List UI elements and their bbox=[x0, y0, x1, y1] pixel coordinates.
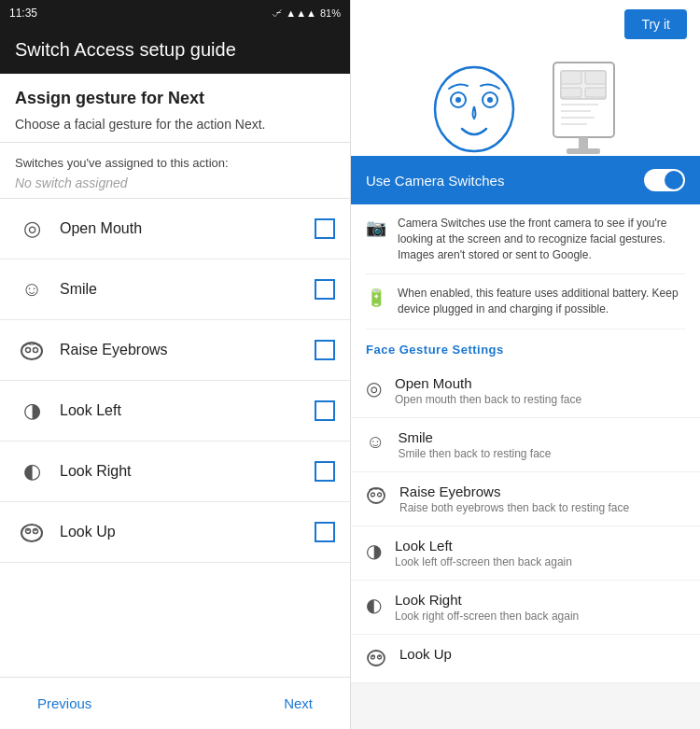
battery-info-text: When enabled, this feature uses addition… bbox=[398, 286, 685, 317]
right-look-right-text: Look Right Look right off-screen then ba… bbox=[395, 592, 579, 623]
bottom-nav: Previous Next bbox=[0, 677, 350, 729]
svg-point-2 bbox=[34, 347, 38, 352]
battery-text: 81% bbox=[320, 7, 341, 19]
try-it-bar: Try it bbox=[351, 0, 700, 49]
left-panel: 11:35 ⍻ ▲▲▲ 81% Switch Access setup guid… bbox=[0, 0, 350, 729]
svg-point-25 bbox=[368, 488, 385, 503]
right-smile-text: Smile Smile then back to resting face bbox=[398, 429, 551, 460]
look-up-label: Look Up bbox=[60, 524, 315, 540]
battery-info-icon: 🔋 bbox=[366, 287, 386, 308]
right-gesture-look-right[interactable]: ◐ Look Right Look right off-screen then … bbox=[351, 581, 700, 635]
left-content: Assign gesture for Next Choose a facial … bbox=[0, 74, 350, 677]
svg-point-7 bbox=[35, 529, 36, 531]
right-look-right-desc: Look right off-screen then back again bbox=[395, 610, 579, 623]
right-raise-eyebrows-icon bbox=[366, 485, 386, 509]
right-smile-name: Smile bbox=[398, 429, 551, 445]
svg-rect-22 bbox=[585, 88, 606, 97]
open-mouth-label: Open Mouth bbox=[60, 220, 315, 237]
signal-icon: ▲▲▲ bbox=[286, 7, 316, 19]
look-right-checkbox[interactable] bbox=[315, 461, 335, 482]
info-item-battery: 🔋 When enabled, this feature uses additi… bbox=[366, 274, 685, 329]
look-left-checkbox[interactable] bbox=[315, 400, 335, 421]
right-open-mouth-text: Open Mouth Open mouth then back to resti… bbox=[395, 375, 581, 406]
svg-rect-20 bbox=[585, 71, 606, 84]
toggle-knob bbox=[665, 171, 683, 189]
right-gesture-open-mouth[interactable]: ◎ Open Mouth Open mouth then back to res… bbox=[351, 364, 700, 418]
next-button[interactable]: Next bbox=[269, 688, 328, 719]
status-icons: ⍻ ▲▲▲ 81% bbox=[272, 7, 341, 19]
svg-point-27 bbox=[378, 493, 382, 497]
right-gesture-smile[interactable]: ☺ Smile Smile then back to resting face bbox=[351, 418, 700, 472]
open-mouth-icon: ◎ bbox=[15, 212, 49, 245]
app-toolbar: Switch Access setup guide bbox=[0, 26, 350, 74]
look-left-icon: ◑ bbox=[15, 394, 49, 428]
svg-rect-21 bbox=[561, 88, 581, 97]
status-bar: 11:35 ⍻ ▲▲▲ 81% bbox=[0, 0, 350, 26]
assign-title: Assign gesture for Next bbox=[15, 89, 335, 108]
svg-point-31 bbox=[372, 655, 374, 657]
right-gesture-list: ◎ Open Mouth Open mouth then back to res… bbox=[351, 364, 700, 683]
previous-button[interactable]: Previous bbox=[22, 688, 106, 719]
svg-point-3 bbox=[21, 525, 42, 541]
right-raise-eyebrows-desc: Raise both eyebrows then back to resting… bbox=[399, 501, 629, 514]
smile-icon: ☺ bbox=[15, 273, 49, 306]
svg-point-11 bbox=[455, 97, 461, 103]
gesture-item-look-up[interactable]: Look Up bbox=[0, 502, 350, 563]
try-it-button[interactable]: Try it bbox=[624, 9, 687, 39]
gesture-item-raise-eyebrows[interactable]: Raise Eyebrows bbox=[0, 320, 350, 381]
raise-eyebrows-label: Raise Eyebrows bbox=[60, 342, 315, 358]
raise-eyebrows-icon bbox=[15, 333, 49, 367]
look-right-label: Look Right bbox=[60, 463, 315, 480]
info-item-camera: 📷 Camera Switches use the front camera t… bbox=[366, 204, 685, 274]
gesture-item-look-left[interactable]: ◑ Look Left bbox=[0, 381, 350, 442]
look-left-label: Look Left bbox=[60, 402, 315, 419]
illustration-area bbox=[351, 49, 700, 156]
face-gesture-settings-header: Face Gesture Settings bbox=[351, 329, 700, 364]
right-open-mouth-desc: Open mouth then back to resting face bbox=[395, 393, 581, 406]
assign-subtitle: Choose a facial gesture for the action N… bbox=[15, 116, 335, 134]
right-gesture-look-left[interactable]: ◑ Look Left Look left off-screen then ba… bbox=[351, 526, 700, 581]
open-mouth-checkbox[interactable] bbox=[315, 218, 335, 239]
smile-checkbox[interactable] bbox=[315, 279, 335, 300]
no-switch-text: No switch assigned bbox=[15, 175, 335, 190]
right-look-up-text: Look Up bbox=[399, 646, 452, 664]
look-up-checkbox[interactable] bbox=[315, 522, 335, 542]
camera-switch-bar: Use Camera Switches bbox=[351, 156, 700, 204]
right-look-up-icon bbox=[366, 648, 386, 671]
camera-switch-label: Use Camera Switches bbox=[366, 173, 644, 189]
svg-point-6 bbox=[27, 529, 29, 531]
app-title: Switch Access setup guide bbox=[15, 39, 236, 60]
svg-rect-23 bbox=[579, 137, 588, 150]
right-look-left-desc: Look left off-screen then back again bbox=[395, 555, 572, 568]
phone-illustration bbox=[544, 58, 628, 156]
right-raise-eyebrows-text: Raise Eyebrows Raise both eyebrows then … bbox=[399, 484, 629, 514]
right-smile-desc: Smile then back to resting face bbox=[398, 447, 551, 460]
assigned-label: Switches you've assigned to this action: bbox=[15, 156, 335, 170]
svg-rect-24 bbox=[567, 148, 600, 154]
look-up-icon bbox=[15, 515, 49, 549]
gesture-item-open-mouth[interactable]: ◎ Open Mouth bbox=[0, 199, 350, 259]
camera-info-text: Camera Switches use the front camera to … bbox=[398, 216, 685, 262]
gesture-list: ◎ Open Mouth ☺ Smile bbox=[0, 198, 350, 563]
svg-point-12 bbox=[487, 97, 493, 103]
right-panel: Try it bbox=[350, 0, 700, 729]
smile-label: Smile bbox=[60, 281, 315, 298]
gesture-item-smile[interactable]: ☺ Smile bbox=[0, 259, 350, 320]
camera-info-icon: 📷 bbox=[366, 217, 386, 238]
gesture-item-look-right[interactable]: ◐ Look Right bbox=[0, 442, 350, 502]
wifi-icon: ⍻ bbox=[272, 7, 282, 19]
face-illustration bbox=[423, 58, 525, 156]
camera-switch-toggle[interactable] bbox=[644, 169, 685, 191]
svg-point-26 bbox=[371, 493, 375, 497]
look-right-icon: ◐ bbox=[15, 455, 49, 488]
right-look-left-name: Look Left bbox=[395, 538, 572, 554]
right-gesture-raise-eyebrows[interactable]: Raise Eyebrows Raise both eyebrows then … bbox=[351, 472, 700, 526]
right-open-mouth-name: Open Mouth bbox=[395, 375, 581, 391]
right-gesture-look-up[interactable]: Look Up bbox=[351, 635, 700, 683]
info-section: 📷 Camera Switches use the front camera t… bbox=[351, 204, 700, 329]
right-smile-icon: ☺ bbox=[366, 431, 385, 453]
right-look-right-icon: ◐ bbox=[366, 594, 382, 616]
svg-point-28 bbox=[368, 651, 385, 666]
svg-point-1 bbox=[26, 347, 31, 352]
raise-eyebrows-checkbox[interactable] bbox=[315, 340, 335, 360]
